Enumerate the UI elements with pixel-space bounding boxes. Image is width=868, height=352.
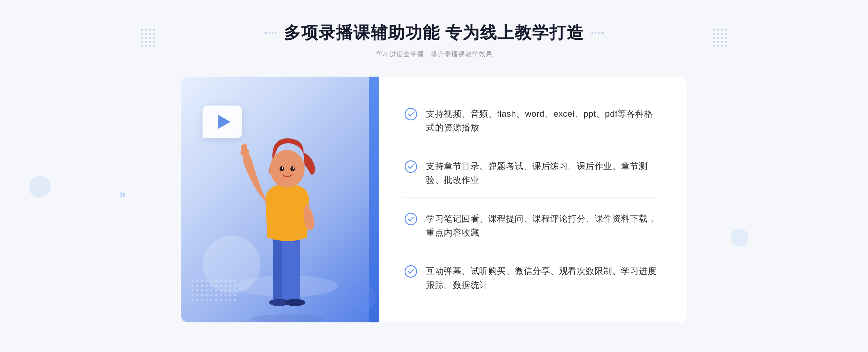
svg-point-16 [405,161,417,172]
right-deco-circle [731,229,749,247]
svg-rect-8 [241,145,244,154]
features-panel: 支持视频、音频、flash、word、excel、ppt、pdf等各种格式的资源… [379,77,687,322]
svg-point-10 [270,150,305,188]
svg-rect-3 [282,236,300,301]
content-area: 支持视频、音频、flash、word、excel、ppt、pdf等各种格式的资源… [181,77,687,322]
svg-point-11 [280,166,284,171]
feature-text-2: 支持章节目录、弹题考试、课后练习、课后作业、章节测验、批改作业 [426,159,658,187]
feature-item-3: 学习笔记回看、课程提问、课程评论打分、课件资料下载，重点内容收藏 [404,202,658,250]
page-container: 多项录播课辅助功能 专为线上教学打造 学习进度全掌握，提升录播课教学效果 [0,0,868,352]
svg-point-1 [251,314,323,322]
feature-item-4: 互动弹幕、试听购买、微信分享、观看次数限制、学习进度跟踪、数据统计 [404,254,658,302]
svg-point-18 [405,266,417,277]
svg-point-15 [405,108,417,120]
svg-point-17 [405,213,417,225]
check-icon-4 [404,265,417,278]
svg-point-14 [293,167,294,169]
svg-point-5 [285,299,305,306]
check-icon-1 [404,108,417,121]
feature-text-1: 支持视频、音频、flash、word、excel、ppt、pdf等各种格式的资源… [426,107,658,135]
left-title-decoration [264,32,277,34]
deco-circle-medium [347,283,376,312]
svg-point-13 [282,167,283,169]
feature-item-2: 支持章节目录、弹题考试、课后练习、课后作业、章节测验、批改作业 [404,149,658,198]
left-chevron-decoration: » [119,187,126,200]
main-title: 多项录播课辅助功能 专为线上教学打造 [284,22,584,44]
feature-item-1: 支持视频、音频、flash、word、excel、ppt、pdf等各种格式的资源… [404,97,658,145]
left-deco-circle [29,176,51,198]
check-icon-3 [404,213,417,226]
illustration-panel [181,77,369,322]
sub-title: 学习进度全掌握，提升录播课教学效果 [376,50,493,59]
svg-point-12 [290,166,295,171]
right-title-decoration [591,32,604,34]
check-icon-2 [404,160,417,173]
header-section: 多项录播课辅助功能 专为线上教学打造 学习进度全掌握，提升录播课教学效果 [0,22,868,59]
title-row: 多项录播课辅助功能 专为线上教学打造 [264,22,604,44]
person-illustration [226,113,349,322]
feature-text-3: 学习笔记回看、课程提问、课程评论打分、课件资料下载，重点内容收藏 [426,212,658,240]
feature-text-4: 互动弹幕、试听购买、微信分享、观看次数限制、学习进度跟踪、数据统计 [426,264,658,292]
